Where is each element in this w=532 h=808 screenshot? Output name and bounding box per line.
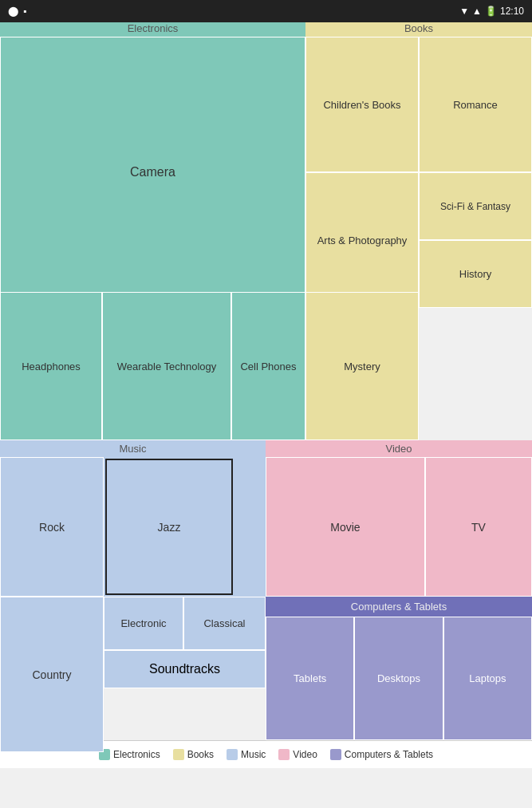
- wearable-cell[interactable]: Wearable Technology: [102, 292, 231, 440]
- cellphones-cell[interactable]: Cell Phones: [231, 292, 305, 440]
- soundtracks-cell[interactable]: Soundtracks: [104, 650, 266, 688]
- jazz-cell[interactable]: Jazz: [105, 459, 233, 595]
- row4: Country Electronic Classical Soundtracks: [0, 597, 532, 740]
- legend-electronics: Electronics: [99, 749, 160, 760]
- books-bottom-right: Sci-Fi & Fantasy History: [419, 172, 532, 308]
- desktops-cell[interactable]: Desktops: [354, 617, 443, 740]
- mystery-cell[interactable]: Mystery: [305, 292, 419, 440]
- electronics-bottom: Headphones Wearable Technology Cell Phon…: [0, 292, 305, 440]
- books-top: Children's Books Romance: [305, 37, 532, 172]
- top-labels: Electronics Books: [0, 22, 532, 37]
- legend-computers-label: Computers & Tablets: [345, 749, 433, 760]
- music-bottom-row1: Country Electronic Classical Soundtracks: [0, 597, 266, 688]
- rock-cell[interactable]: Rock: [0, 457, 104, 597]
- childrens-books-cell[interactable]: Children's Books: [305, 37, 419, 172]
- computers-section: Computers & Tablets Tablets Desktops Lap…: [266, 597, 532, 740]
- battery-icon: 🔋: [485, 6, 497, 17]
- legend-music-label: Music: [241, 749, 266, 760]
- books-bottom: Arts & Photography Sci-Fi & Fantasy Hist…: [305, 172, 532, 308]
- row1: Camera Children's Books Romance Arts & P…: [0, 37, 532, 292]
- status-bar: ⬤ ▪ ▼ ▲ 🔋 12:10: [0, 0, 532, 22]
- legend-books: Books: [173, 749, 214, 760]
- books-section: Children's Books Romance Arts & Photogra…: [305, 37, 532, 308]
- headphones-cell[interactable]: Headphones: [0, 292, 102, 440]
- electronics-label: Electronics: [0, 22, 305, 37]
- music-bottom-wrap: Country Electronic Classical Soundtracks: [0, 597, 266, 740]
- legend-books-label: Books: [187, 749, 214, 760]
- signal-icon: ▲: [472, 6, 482, 17]
- video-content: Movie TV: [266, 457, 532, 597]
- music-top: Rock Jazz: [0, 457, 266, 597]
- status-right-icons: ▼ ▲ 🔋 12:10: [459, 6, 524, 17]
- row2: Headphones Wearable Technology Cell Phon…: [0, 292, 532, 440]
- legend-music: Music: [227, 749, 266, 760]
- camera-cell[interactable]: Camera: [0, 37, 305, 308]
- electronic-cell[interactable]: Electronic: [104, 597, 183, 650]
- classical-cell[interactable]: Classical: [183, 597, 266, 650]
- arts-cell[interactable]: Arts & Photography: [305, 172, 419, 308]
- time-display: 12:10: [500, 6, 524, 17]
- video-label: Video: [266, 440, 532, 457]
- legend-computers: Computers & Tablets: [330, 749, 433, 760]
- treemap: Electronics Books Camera Children's Book…: [0, 22, 532, 740]
- computers-content: Tablets Desktops Laptops: [266, 617, 532, 740]
- legend-computers-color: [330, 749, 341, 760]
- music-section: Music Rock Jazz: [0, 440, 266, 597]
- status-left-icons: ⬤ ▪: [8, 6, 26, 17]
- movie-cell[interactable]: Movie: [266, 457, 425, 597]
- tv-cell[interactable]: TV: [425, 457, 532, 597]
- music-label: Music: [0, 440, 266, 457]
- square-icon: ▪: [23, 6, 26, 17]
- wifi-icon: ▼: [459, 6, 469, 17]
- tablets-cell[interactable]: Tablets: [266, 617, 354, 740]
- country-cell[interactable]: Country: [0, 597, 104, 752]
- laptops-cell[interactable]: Laptops: [443, 617, 532, 740]
- legend-electronics-label: Electronics: [113, 749, 160, 760]
- legend-video-color: [278, 749, 290, 760]
- row3: Music Rock Jazz Video Movie TV: [0, 440, 532, 597]
- video-section: Video Movie TV: [266, 440, 532, 597]
- romance-cell[interactable]: Romance: [419, 37, 532, 172]
- circle-icon: ⬤: [8, 6, 18, 17]
- legend-music-color: [227, 749, 238, 760]
- legend-books-color: [173, 749, 184, 760]
- computers-label: Computers & Tablets: [266, 597, 532, 617]
- books-label: Books: [305, 22, 532, 37]
- legend-video-label: Video: [293, 749, 317, 760]
- scifi-cell[interactable]: Sci-Fi & Fantasy: [419, 172, 532, 240]
- legend-video: Video: [278, 749, 317, 760]
